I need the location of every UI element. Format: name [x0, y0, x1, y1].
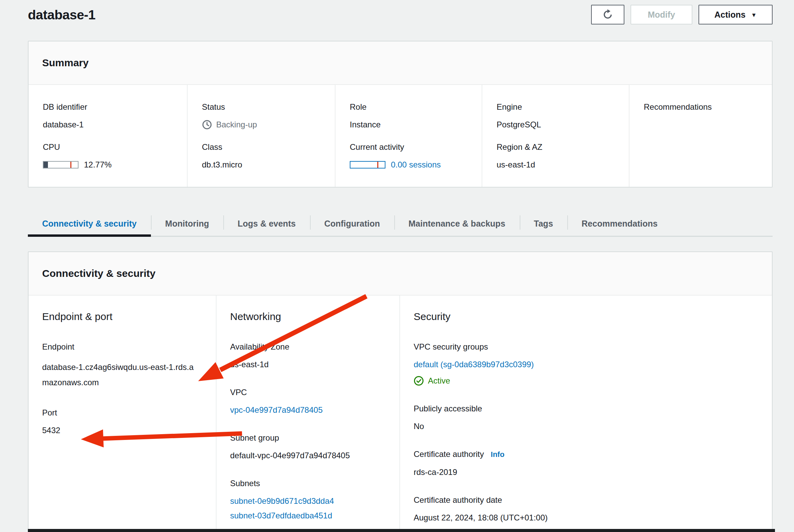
- tab-configuration[interactable]: Configuration: [310, 211, 394, 236]
- subnet-group-label: Subnet group: [230, 433, 387, 443]
- tab-logs-events[interactable]: Logs & events: [223, 211, 310, 236]
- cpu-progress-bar: [43, 161, 79, 169]
- connectivity-security-panel: Connectivity & security Endpoint & port …: [28, 251, 773, 532]
- subnets-label: Subnets: [230, 478, 387, 489]
- tab-recommendations[interactable]: Recommendations: [567, 211, 672, 236]
- endpoint-port-section: Endpoint & port Endpoint database-1.cz4a…: [29, 296, 216, 532]
- actions-button[interactable]: Actions ▼: [698, 5, 773, 24]
- current-activity-label: Current activity: [350, 142, 469, 152]
- sessions-progress-bar: [350, 161, 385, 169]
- availability-zone-label: Availability Zone: [230, 342, 387, 352]
- tab-connectivity-security[interactable]: Connectivity & security: [28, 211, 151, 236]
- availability-zone-value: us-east-1d: [230, 359, 387, 370]
- publicly-accessible-label: Publicly accessible: [414, 404, 760, 414]
- vpc-security-groups-label: VPC security groups: [414, 342, 760, 352]
- sessions-threshold-tick: [377, 162, 378, 168]
- certificate-authority-date-value: August 22, 2024, 18:08 (UTC+01:00): [414, 513, 760, 523]
- tab-maintenance-backups[interactable]: Maintenance & backups: [394, 211, 520, 236]
- refresh-icon: [602, 9, 614, 20]
- summary-heading: Summary: [42, 57, 758, 69]
- publicly-accessible-value: No: [414, 421, 760, 431]
- subnet-links: subnet-0e9b9d671c9d3dda4 subnet-03d7edfd…: [230, 496, 387, 521]
- toolbar: Modify Actions ▼: [591, 5, 773, 24]
- certificate-authority-row: Certificate authority Info: [414, 449, 760, 460]
- db-identifier-value: database-1: [43, 120, 175, 130]
- role-value: Instance: [350, 120, 469, 130]
- region-az-label: Region & AZ: [497, 142, 617, 152]
- security-section: Security VPC security groups default (sg…: [399, 296, 772, 532]
- cpu-meter-row: 12.77%: [43, 160, 175, 170]
- security-heading: Security: [414, 311, 760, 323]
- vpc-link[interactable]: vpc-04e997d7a94d78405: [230, 405, 323, 414]
- certificate-authority-info-link[interactable]: Info: [491, 449, 504, 460]
- actions-button-label: Actions: [714, 10, 746, 20]
- engine-value: PostgreSQL: [497, 120, 617, 130]
- recommendations-label: Recommendations: [644, 102, 760, 112]
- networking-section: Networking Availability Zone us-east-1d …: [216, 296, 399, 532]
- summary-col-recommendations: Recommendations: [629, 85, 772, 187]
- modify-button[interactable]: Modify: [631, 5, 692, 24]
- summary-col-identifier: DB identifier database-1 CPU 12.77%: [29, 85, 187, 187]
- bottom-screenshot-edge: [28, 529, 775, 532]
- class-value: db.t3.micro: [202, 160, 323, 170]
- refresh-button[interactable]: [591, 5, 624, 24]
- connectivity-grid: Endpoint & port Endpoint database-1.cz4a…: [29, 296, 772, 532]
- page-header: database-1 Modify Actions ▼: [28, 5, 773, 24]
- subnet-link-1[interactable]: subnet-0e9b9d671c9d3dda4: [230, 496, 334, 506]
- summary-grid: DB identifier database-1 CPU 12.77% Stat…: [29, 85, 772, 187]
- role-label: Role: [350, 102, 469, 112]
- status-label: Status: [202, 102, 323, 112]
- cpu-progress-fill: [44, 162, 48, 168]
- engine-label: Engine: [497, 102, 617, 112]
- sg-status-row: Active: [414, 376, 760, 386]
- status-value: Backing-up: [216, 120, 257, 130]
- security-group-link[interactable]: default (sg-0da6389b97d3c0399): [414, 360, 534, 369]
- caret-down-icon: ▼: [751, 12, 757, 19]
- certificate-authority-label: Certificate authority: [414, 449, 484, 459]
- subnet-group-value: default-vpc-04e997d7a94d78405: [230, 450, 387, 461]
- endpoint-label: Endpoint: [42, 342, 204, 352]
- certificate-authority-date-label: Certificate authority date: [414, 495, 760, 505]
- status-value-row: Backing-up: [202, 120, 323, 130]
- port-value: 5432: [42, 425, 204, 436]
- endpoint-port-heading: Endpoint & port: [42, 311, 204, 323]
- port-label: Port: [42, 408, 204, 418]
- check-circle-icon: [414, 376, 424, 386]
- tab-tags[interactable]: Tags: [520, 211, 568, 236]
- summary-panel: Summary DB identifier database-1 CPU 12.…: [28, 41, 773, 188]
- subnet-link-2[interactable]: subnet-03d7edfdaedba451d: [230, 511, 332, 520]
- rds-instance-page: database-1 Modify Actions ▼ Summary: [0, 0, 794, 532]
- networking-heading: Networking: [230, 311, 387, 323]
- certificate-authority-value: rds-ca-2019: [414, 467, 760, 477]
- tab-monitoring[interactable]: Monitoring: [151, 211, 223, 236]
- class-label: Class: [202, 142, 323, 152]
- cpu-percent-value: 12.77%: [84, 160, 111, 170]
- connectivity-panel-header: Connectivity & security: [29, 252, 772, 296]
- sg-status-value: Active: [428, 376, 450, 386]
- summary-panel-header: Summary: [29, 41, 772, 85]
- connectivity-heading: Connectivity & security: [42, 268, 758, 279]
- summary-col-engine: Engine PostgreSQL Region & AZ us-east-1d: [482, 85, 629, 187]
- region-az-value: us-east-1d: [497, 160, 617, 170]
- sessions-value: 0.00 sessions: [391, 160, 441, 170]
- page-title: database-1: [28, 5, 96, 22]
- cpu-label: CPU: [43, 142, 175, 152]
- cpu-threshold-tick: [70, 162, 71, 168]
- detail-tabs: Connectivity & security Monitoring Logs …: [28, 211, 773, 237]
- activity-meter-row: 0.00 sessions: [350, 160, 469, 170]
- endpoint-value: database-1.cz4ag6siwqdu.us-east-1.rds.am…: [42, 359, 194, 390]
- clock-icon: [202, 120, 212, 130]
- summary-col-status: Status Backing-up Class db.t3.micro: [187, 85, 335, 187]
- summary-col-role: Role Instance Current activity 0.00 sess…: [335, 85, 482, 187]
- db-identifier-label: DB identifier: [43, 102, 175, 112]
- vpc-label: VPC: [230, 387, 387, 397]
